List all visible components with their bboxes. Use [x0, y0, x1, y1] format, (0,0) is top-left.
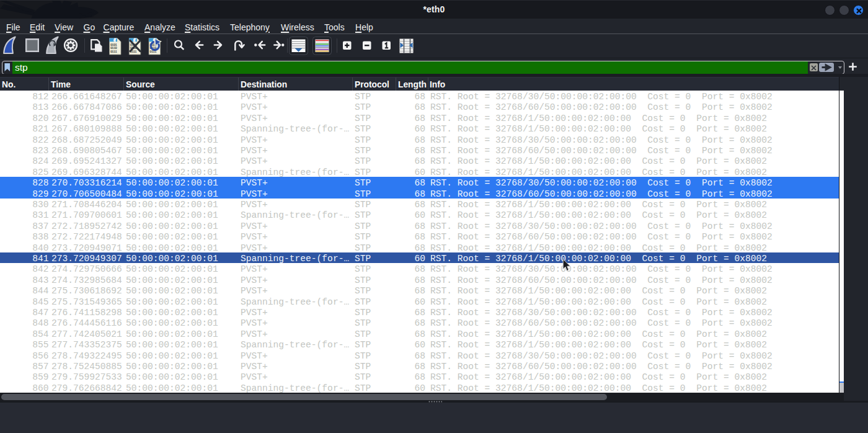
svg-text:0111: 0111 [110, 50, 117, 54]
